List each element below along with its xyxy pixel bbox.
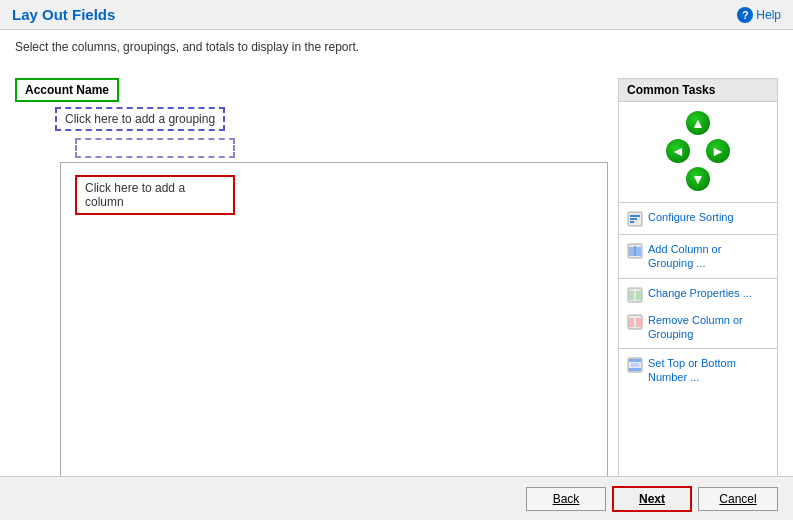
help-link[interactable]: ? Help bbox=[737, 7, 781, 23]
configure-sorting-task[interactable]: Configure Sorting bbox=[619, 205, 777, 232]
separator-1 bbox=[619, 202, 777, 203]
set-top-bottom-task[interactable]: Set Top or Bottom Number ... bbox=[619, 351, 777, 390]
svg-rect-15 bbox=[629, 359, 641, 362]
svg-rect-12 bbox=[629, 318, 634, 327]
separator-3 bbox=[619, 278, 777, 279]
svg-rect-5 bbox=[629, 247, 634, 256]
cancel-button[interactable]: Cancel bbox=[698, 487, 778, 511]
dashed-row bbox=[75, 138, 235, 158]
main-content: Account Name Click here to add a groupin… bbox=[0, 66, 793, 506]
add-column-grouping-task[interactable]: Add Column or Grouping ... bbox=[619, 237, 777, 276]
remove-column-icon bbox=[627, 314, 643, 330]
arrow-controls: ▲ ◄ ► ▼ bbox=[619, 102, 777, 200]
change-properties-task[interactable]: Change Properties ... bbox=[619, 281, 777, 308]
svg-rect-10 bbox=[636, 291, 641, 300]
common-tasks-header: Common Tasks bbox=[619, 79, 777, 102]
set-top-bottom-icon bbox=[627, 357, 643, 373]
change-properties-icon bbox=[627, 287, 643, 303]
svg-rect-9 bbox=[629, 291, 634, 300]
back-button[interactable]: Back bbox=[526, 487, 606, 511]
svg-rect-16 bbox=[629, 368, 641, 371]
remove-column-grouping-task[interactable]: Remove Column or Grouping bbox=[619, 308, 777, 347]
separator-4 bbox=[619, 348, 777, 349]
common-tasks-panel: Common Tasks ▲ ◄ ► ▼ bbox=[618, 78, 778, 494]
svg-rect-6 bbox=[636, 247, 641, 256]
help-icon: ? bbox=[737, 7, 753, 23]
move-down-button[interactable]: ▼ bbox=[685, 166, 711, 192]
move-right-button[interactable]: ► bbox=[705, 138, 731, 164]
move-up-button[interactable]: ▲ bbox=[685, 110, 711, 136]
move-left-button[interactable]: ◄ bbox=[665, 138, 691, 164]
help-label: Help bbox=[756, 8, 781, 22]
svg-rect-17 bbox=[631, 363, 639, 367]
separator-2 bbox=[619, 234, 777, 235]
next-button[interactable]: Next bbox=[612, 486, 692, 512]
page-header: Lay Out Fields ? Help bbox=[0, 0, 793, 30]
page-title: Lay Out Fields bbox=[12, 6, 115, 23]
footer: Back Next Cancel bbox=[0, 476, 793, 520]
left-panel: Account Name Click here to add a groupin… bbox=[15, 78, 608, 494]
account-name-box: Account Name bbox=[15, 78, 119, 102]
add-grouping-box[interactable]: Click here to add a grouping bbox=[55, 107, 225, 131]
add-column-box[interactable]: Click here to add a column bbox=[75, 175, 235, 215]
add-column-icon bbox=[627, 243, 643, 259]
configure-sorting-icon bbox=[627, 211, 643, 227]
svg-rect-13 bbox=[636, 318, 641, 327]
subtitle: Select the columns, groupings, and total… bbox=[0, 40, 793, 54]
